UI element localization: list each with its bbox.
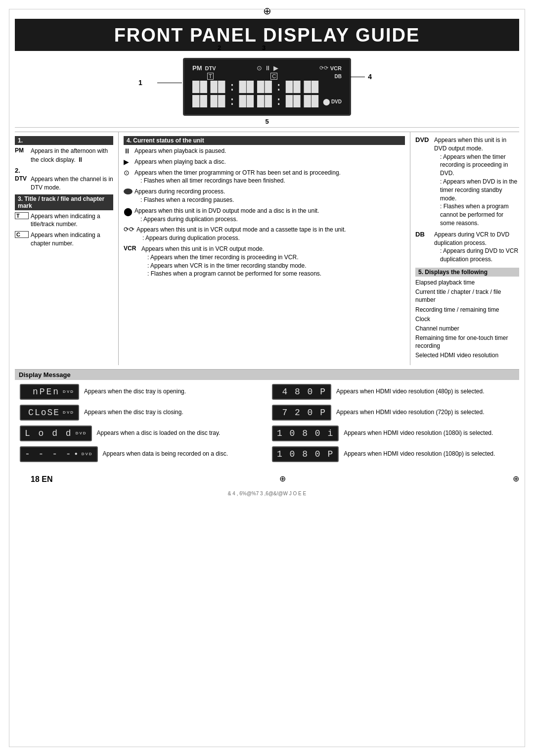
play-text: Appears when playing back a disc.	[134, 158, 226, 166]
section4-header: 4. Current status of the unit	[124, 136, 405, 145]
compass-icon: ⊕	[263, 5, 271, 17]
msg-lcd-480p: 4 8 0 P	[272, 384, 331, 400]
page-title: FRONT PANEL DISPLAY GUIDE	[15, 19, 519, 51]
msg-lcd-close: CLoSE DVD	[20, 405, 79, 421]
section5-header: 5. Displays the following	[415, 268, 519, 277]
pm-label: PM	[15, 147, 29, 154]
compass-bottom-left: ⊕	[279, 474, 286, 483]
msg-text-1080p: Appears when HDMI video resolution (1080…	[344, 450, 495, 458]
loop-dup: : Appears during duplication process.	[136, 234, 346, 242]
vcr-flash: : Flashes when a program cannot be perfo…	[141, 270, 321, 278]
col-right: DVD Appears when this unit is in DVD out…	[410, 132, 519, 365]
lcd-play-icon: ▶	[273, 64, 278, 72]
chapter-row: C Appears when indicating a chapter numb…	[15, 231, 113, 248]
disc-text: Appears when this unit is in DVD output …	[134, 207, 319, 215]
msg-lcd-open-text: nPEn	[33, 387, 60, 397]
lcd-vcr-label: VCR	[330, 65, 342, 71]
section1-header: 1.	[15, 136, 113, 145]
record-text: Appears during recording process.	[134, 188, 234, 196]
pm-text: Appears in the afternoon with the clock …	[31, 147, 113, 164]
loop-text: Appears when this unit is in VCR output …	[136, 226, 346, 234]
diagram-label-5: 5	[183, 118, 351, 125]
section5-items: Elapsed playback time Current title / ch…	[415, 279, 519, 360]
pause-text: Appears when playback is paused.	[134, 147, 226, 155]
pause-row: ⏸ Appears when playback is paused.	[124, 147, 405, 155]
section5-item-0: Elapsed playback time	[415, 279, 519, 286]
dvd-text1: Appears when this unit is in DVD output …	[434, 136, 519, 153]
msg-left: nPEn DVD Appears when the disc tray is o…	[15, 384, 267, 467]
dtv-row: DTV Appears when the channel is in DTV m…	[15, 175, 113, 192]
dtv-label: DTV	[15, 175, 29, 182]
lcd-digits-row-2: ██ ██ : ██ ██ : ██ ██	[192, 95, 319, 108]
msg-disc-icon: ●	[75, 451, 79, 457]
lcd-disc-icon: ⬤	[323, 98, 330, 105]
diagram-container: 2 3 1 PM DTV ⊙ ⏸ ▶ ⟳⟳	[183, 58, 351, 125]
msg-row-720p: 7 2 0 P Appears when HDMI video resoluti…	[272, 405, 514, 421]
disc-icon: ⬤	[124, 207, 133, 216]
lcd-c-icon: C	[270, 73, 277, 80]
msg-lcd-data-text: - - - -	[25, 449, 73, 459]
section5-item-3: Clock	[415, 315, 519, 323]
msg-lcd-1080p-text: 1 0 8 0 P	[277, 449, 334, 459]
play-icon: ▶	[124, 158, 133, 166]
display-message-section: Display Message nPEn DVD Appears when th…	[15, 369, 519, 467]
timer-icon: ⊙	[124, 169, 133, 177]
msg-dvd-badge-load: DVD	[76, 431, 87, 435]
msg-right: 4 8 0 P Appears when HDMI video resoluti…	[267, 384, 519, 467]
record-row: Appears during recording process. : Flas…	[124, 188, 405, 204]
record-icon	[124, 189, 133, 194]
msg-dvd-badge-data: DVD	[82, 452, 93, 456]
msg-text-open: Appears when the disc tray is opening.	[84, 387, 186, 396]
lcd-panel: PM DTV ⊙ ⏸ ▶ ⟳⟳ VCR T	[183, 58, 351, 116]
msg-lcd-load: L o d d DVD	[20, 425, 92, 441]
col-left: 1. PM Appears in the afternoon with the …	[15, 132, 119, 365]
timer-flash: : Flashes when all timer recordings have…	[134, 177, 341, 185]
msg-lcd-1080p: 1 0 8 0 P	[272, 446, 339, 462]
dtv-text: Appears when the channel is in DTV mode.	[31, 175, 113, 192]
section5-item-4: Channel number	[415, 325, 519, 332]
msg-lcd-480p-text: 4 8 0 P	[282, 387, 326, 397]
main-content: 1. PM Appears in the afternoon with the …	[15, 132, 519, 365]
msg-text-close: Appears when the disc tray is closing.	[84, 408, 183, 417]
chapter-icon: C	[15, 231, 29, 238]
diagram-line-1	[157, 83, 182, 83]
msg-row-480p: 4 8 0 P Appears when HDMI video resoluti…	[272, 384, 514, 400]
diagram-label-2: 2	[218, 44, 221, 51]
loop-row: ⟳⟳ Appears when this unit is in VCR outp…	[124, 226, 405, 242]
dvd-text2: : Appears when the timer recording is pr…	[434, 153, 519, 178]
msg-row-close: CLoSE DVD Appears when the disc tray is …	[20, 405, 262, 421]
msg-row-1080i: 1 0 8 0 i Appears when HDMI video resolu…	[272, 425, 514, 441]
chapter-text: Appears when indicating a chapter number…	[31, 231, 113, 248]
diagram-label-3: 3	[262, 44, 266, 51]
msg-lcd-720p-text: 7 2 0 P	[282, 408, 326, 418]
diagram-label-4: 4	[368, 73, 372, 81]
section5-item-2: Recording time / remaining time	[415, 306, 519, 314]
page-number: 18 EN	[15, 472, 52, 486]
section2-header: 2.	[15, 167, 113, 174]
timer-text: Appears when the timer programming or OT…	[134, 169, 341, 177]
msg-row-open: nPEn DVD Appears when the disc tray is o…	[20, 384, 262, 400]
pause-icon-inline: ⏸	[77, 156, 84, 163]
dvd-row: DVD Appears when this unit is in DVD out…	[415, 136, 519, 228]
db-text1: Appears during VCR to DVD duplication pr…	[434, 231, 519, 247]
msg-lcd-1080i: 1 0 8 0 i	[272, 425, 339, 441]
dvd-text3: : Appears when DVD is in the timer recor…	[434, 178, 519, 202]
diagram-line-4	[350, 77, 365, 77]
msg-lcd-close-text: CLoSE	[28, 408, 60, 418]
vcr-row: VCR Appears when this unit is in VCR out…	[124, 245, 405, 278]
pause-icon: ⏸	[124, 147, 133, 155]
msg-row-data: - - - - ● DVD Appears when data is being…	[20, 446, 262, 462]
msg-lcd-1080i-text: 1 0 8 0 i	[277, 428, 334, 438]
vcr-timer: : Appears when the timer recording is pr…	[141, 253, 321, 262]
msg-text-1080i: Appears when HDMI video resolution (1080…	[344, 429, 493, 437]
lcd-t-icon: T	[207, 73, 214, 80]
play-row: ▶ Appears when playing back a disc.	[124, 158, 405, 166]
msg-dvd-badge-close: DVD	[63, 410, 74, 415]
section5-item-5: Remaining time for one-touch timer recor…	[415, 334, 519, 350]
msg-text-data: Appears when data is being recorded on a…	[103, 450, 228, 458]
msg-lcd-load-text: L o d d	[25, 428, 73, 438]
lcd-loop-icon: ⟳⟳	[319, 65, 328, 71]
title-text: Appears when indicating a title/track nu…	[31, 212, 113, 229]
section5-item-6: Selected HDMI video resolution	[415, 351, 519, 359]
timer-row: ⊙ Appears when the timer programming or …	[124, 169, 405, 186]
